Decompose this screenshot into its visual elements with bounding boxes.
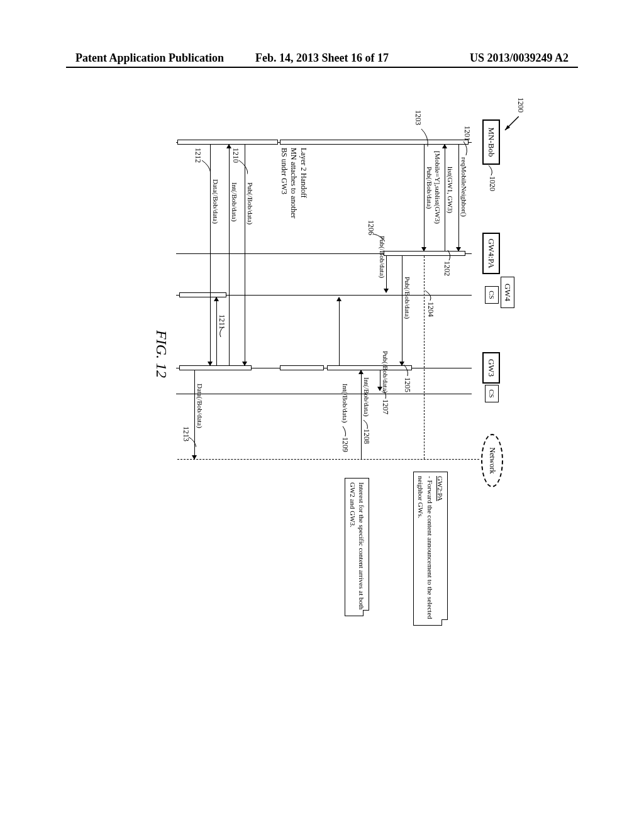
header-divider bbox=[66, 67, 578, 68]
curve-1211 bbox=[216, 327, 223, 338]
handoff-l3: BS under GW3 bbox=[279, 148, 289, 218]
curve-1209 bbox=[340, 426, 347, 438]
activation-gw3-1 bbox=[327, 365, 412, 370]
entity-gw3: GW3 bbox=[482, 352, 500, 384]
curve-1212 bbox=[201, 160, 211, 174]
sequence-diagram: 1200 MN-Bob GW4:PA GW4 CS GW3 CS Network… bbox=[164, 113, 503, 641]
handoff-l2: MN attaches to another bbox=[289, 148, 299, 218]
activation-gw4cs-1 bbox=[179, 292, 226, 297]
arrow-int-back bbox=[229, 145, 230, 365]
handoff-label: Layer 2 Handoff MN attaches to another B… bbox=[279, 148, 308, 218]
curve-1203 bbox=[420, 129, 429, 148]
activation-gw3-2 bbox=[280, 365, 324, 370]
ref-1206: 1206 bbox=[366, 220, 375, 235]
ref-1020-curve bbox=[487, 165, 494, 177]
curve-1210 bbox=[238, 160, 248, 175]
msg-pub-1210: Pub(/Bob/data) bbox=[247, 182, 254, 224]
ref-1209: 1209 bbox=[340, 437, 350, 452]
note-gw2-title: GW2:PA bbox=[436, 476, 445, 621]
msg-int-back: Int(/Bob/data) bbox=[231, 182, 238, 221]
arrow-1201 bbox=[458, 145, 459, 251]
note-gw2-body: - Forward the content announcement to th… bbox=[416, 476, 435, 621]
msg-data-1213: Data(/Bob/data) bbox=[196, 384, 204, 428]
arrow-1205 bbox=[402, 256, 402, 365]
arrow-1210 bbox=[245, 145, 245, 365]
entity-gw4: GW4 bbox=[501, 277, 514, 308]
arrow-1209 bbox=[339, 297, 340, 365]
handoff-l1: Layer 2 Handoff bbox=[298, 148, 308, 218]
header-center: Feb. 14, 2013 Sheet 16 of 17 bbox=[240, 52, 404, 65]
note-interest: Interest for the specific content arrive… bbox=[345, 478, 369, 616]
header-right: US 2013/0039249 A2 bbox=[404, 52, 569, 65]
header-left: Patent Application Publication bbox=[75, 52, 240, 65]
note-gw2pa: GW2:PA - Forward the content announcemen… bbox=[413, 472, 448, 626]
msg-list-gw: list(GW1, GW3) bbox=[447, 167, 454, 213]
ref-1200-arrow bbox=[501, 116, 519, 135]
arrow-1212 bbox=[210, 145, 211, 365]
entity-network: Network bbox=[481, 434, 503, 487]
ref-1204: 1204 bbox=[426, 302, 435, 317]
figure-label: FIG. 12 bbox=[153, 330, 170, 378]
entity-gw4-cs: CS bbox=[485, 286, 499, 304]
ref-1020: 1020 bbox=[487, 176, 497, 191]
note-interest-body: Interest for the specific content arrive… bbox=[348, 482, 366, 612]
lifeline-network bbox=[177, 459, 479, 460]
arrow-1208 bbox=[361, 370, 362, 459]
arrow-1206 bbox=[386, 256, 387, 292]
ref-1200: 1200 bbox=[516, 97, 525, 113]
msg-data-1212: Data(/Bob/data) bbox=[212, 179, 219, 224]
msg-pub-1203: Pub(/Bob/data) bbox=[426, 167, 433, 209]
msg-pub-1207: Pub(/Bob/data) bbox=[382, 351, 389, 393]
ref-1207: 1207 bbox=[380, 399, 390, 414]
ref-1201: 1201 bbox=[462, 126, 472, 141]
arrow-1207 bbox=[380, 370, 380, 390]
lifeline-gw3cs bbox=[176, 394, 472, 394]
msg-int-1208: Int(/Bob/data) bbox=[363, 377, 370, 416]
curve-1205 bbox=[401, 365, 409, 377]
curve-1208 bbox=[361, 420, 369, 430]
curve-1201 bbox=[460, 141, 469, 157]
ref-1208: 1208 bbox=[362, 429, 371, 444]
ref-1202: 1202 bbox=[442, 261, 452, 276]
entity-gw4-pa: GW4:PA bbox=[482, 233, 500, 274]
ref-1205: 1205 bbox=[402, 377, 412, 392]
activation-gw3-3 bbox=[179, 365, 252, 370]
activation-gw4pa-1 bbox=[384, 251, 465, 256]
dashed-1204 bbox=[424, 256, 425, 459]
msg-sublist: [Mobile=Y],sublist(GW3) bbox=[434, 151, 441, 224]
msg-int-1209: Int(/Bob/data) bbox=[341, 384, 349, 423]
curve-1207 bbox=[380, 390, 387, 400]
entity-gw3-cs: CS bbox=[485, 385, 499, 402]
curve-1204 bbox=[424, 290, 433, 302]
msg-req-neighbor: reqMobileNeighbor() bbox=[460, 157, 468, 217]
curve-1213 bbox=[187, 437, 196, 448]
msg-pub-1205: Pub(/Bob/data) bbox=[404, 277, 411, 319]
arrow-1203 bbox=[424, 145, 425, 251]
arrow-1202 bbox=[445, 145, 445, 251]
curve-1202 bbox=[444, 250, 452, 262]
ref-1203: 1203 bbox=[413, 110, 423, 125]
activation-mnbob-1 bbox=[280, 140, 469, 145]
curve-1206 bbox=[372, 234, 385, 243]
entity-mn-bob: MN-Bob bbox=[482, 119, 500, 165]
